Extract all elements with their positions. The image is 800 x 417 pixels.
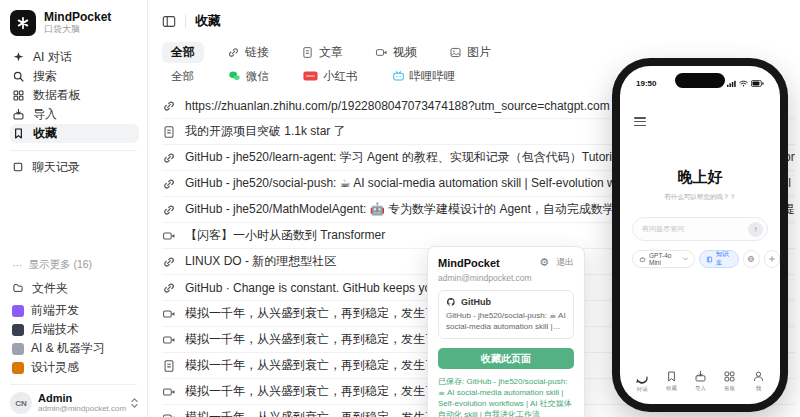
- folders-section[interactable]: 文件夹: [10, 279, 147, 297]
- folder-item[interactable]: 前端开发: [10, 301, 147, 320]
- chat-history-item[interactable]: [10, 236, 147, 256]
- page-card-title: GitHub - jhe520/social-push: ☕ AI social…: [446, 310, 566, 332]
- knowledge-base-chip[interactable]: 知识库: [699, 250, 740, 268]
- mindpocket-logo-icon: [10, 10, 36, 36]
- status-time: 19:50: [636, 79, 656, 88]
- tab-favorites[interactable]: 收藏: [665, 370, 678, 393]
- sidebar-item-search[interactable]: 搜索: [10, 67, 139, 86]
- app-logo: MindPocket 口袋大脑: [10, 10, 147, 36]
- plus-icon: [768, 255, 776, 263]
- tab-articles[interactable]: 文章: [292, 42, 352, 63]
- chat-history-item[interactable]: [10, 176, 147, 196]
- chevron-updown-icon: [130, 397, 139, 409]
- folder-item[interactable]: 设计灵感: [10, 358, 147, 377]
- greeting-title: 晚上好: [620, 168, 780, 187]
- tab-bilibili[interactable]: 哔哩哔哩: [383, 67, 465, 86]
- divider: [10, 384, 137, 385]
- video-icon: [162, 411, 176, 417]
- link-icon: [162, 151, 176, 165]
- tab-xiaohongshu[interactable]: 小红书: [294, 67, 367, 86]
- dynamic-island: [675, 73, 725, 88]
- tab-import[interactable]: 导入: [694, 370, 707, 393]
- doc-icon: [162, 359, 176, 373]
- chat-history-list: [10, 176, 147, 256]
- sidebar: MindPocket 口袋大脑 AI 对话 搜索 数据看板 导入 收藏 聊天记录…: [0, 0, 148, 417]
- chat-bubble-icon: [635, 370, 649, 384]
- divider: [185, 15, 186, 28]
- question-input[interactable]: 有问题尽管问 ↑: [632, 217, 768, 241]
- chat-history-section[interactable]: 聊天记录: [10, 158, 147, 176]
- tab-dashboard[interactable]: 看板: [723, 370, 736, 393]
- sparkle-icon: [12, 51, 25, 64]
- popup-email: admin@mindpocket.com: [438, 273, 574, 283]
- item-title: 模拟一千年，从兴盛到衰亡，再到稳定，发生了什么?: [185, 409, 468, 417]
- greeting-block: 晚上好 有什么可以帮您的吗？？: [620, 168, 780, 202]
- sidebar-item-favorites[interactable]: 收藏: [10, 124, 139, 143]
- show-more-button[interactable]: ··· 显示更多 (16): [10, 256, 147, 274]
- chip-row: GPT-4o Mini 知识库: [632, 250, 780, 268]
- knowledge-label: 知识库: [716, 250, 733, 268]
- item-title: 模拟一千年，从兴盛到衰亡，再到稳定，发生了什么?: [185, 357, 468, 374]
- phone-tab-bar: 对话 收藏 导入 看板 我: [620, 370, 780, 404]
- account-switcher[interactable]: CN Admin admin@mindpocket.com: [10, 392, 139, 414]
- sidebar-item-dashboard[interactable]: 数据看板: [10, 86, 139, 105]
- video-icon: [162, 307, 176, 321]
- doc-icon: [162, 125, 176, 139]
- video-icon: [162, 385, 176, 399]
- avatar: CN: [10, 392, 32, 414]
- tab-label: 微信: [246, 69, 269, 84]
- tab-all-types[interactable]: 全部: [162, 42, 204, 63]
- main-header: 收藏: [162, 10, 795, 32]
- tab-me[interactable]: 我: [752, 370, 765, 393]
- tab-images[interactable]: 图片: [440, 42, 500, 63]
- globe-icon: [747, 255, 755, 263]
- link-icon: [162, 281, 176, 295]
- account-email: admin@mindpocket.com: [38, 404, 124, 414]
- popup-title: MindPocket: [438, 257, 500, 269]
- bookmark-icon: [12, 127, 25, 140]
- chat-history-item[interactable]: [10, 196, 147, 216]
- item-title: LINUX DO - 新的理想型社区: [185, 253, 336, 270]
- tab-wechat[interactable]: 微信: [219, 67, 278, 86]
- tab-all-sources[interactable]: 全部: [162, 67, 203, 86]
- globe-chip[interactable]: [743, 250, 759, 268]
- section-label: 文件夹: [32, 280, 68, 297]
- hamburger-menu-icon[interactable]: [634, 115, 646, 128]
- folder-item[interactable]: AI & 机器学习: [10, 339, 147, 358]
- github-icon: [446, 297, 456, 307]
- nav-label: AI 对话: [33, 49, 72, 66]
- ellipsis-icon: ···: [12, 259, 23, 271]
- folder-color-icon: [12, 305, 24, 317]
- xiaohongshu-icon: [303, 71, 318, 81]
- folder-item[interactable]: 后端技术: [10, 320, 147, 339]
- sidebar-toggle-icon[interactable]: [162, 15, 176, 28]
- tab-chat[interactable]: 对话: [635, 370, 649, 393]
- model-selector-chip[interactable]: GPT-4o Mini: [632, 250, 695, 268]
- nav-label: 搜索: [33, 68, 57, 85]
- add-chip[interactable]: [764, 250, 780, 268]
- tab-links[interactable]: 链接: [218, 42, 278, 63]
- wechat-icon: [228, 70, 241, 82]
- sidebar-item-import[interactable]: 导入: [10, 105, 139, 124]
- grid-icon: [723, 370, 736, 383]
- tab-videos[interactable]: 视频: [366, 42, 426, 63]
- tab-label: 链接: [245, 44, 269, 61]
- send-button[interactable]: ↑: [748, 222, 763, 237]
- link-icon: [162, 255, 176, 269]
- logout-button[interactable]: 退出: [556, 256, 574, 269]
- folder-color-icon: [12, 362, 24, 374]
- saved-status-text: 已保存: GitHub - jhe520/social-push: ☕ AI s…: [438, 376, 574, 417]
- phone-mockup: 19:50 晚上好 有什么可以帮您的吗？？ 有问题尽管问 ↑ GPT-4o Mi…: [612, 58, 788, 412]
- model-label: GPT-4o Mini: [649, 252, 680, 266]
- tab-label: 哔哩哔哩: [410, 69, 456, 84]
- chat-square-icon: [12, 161, 24, 173]
- sidebar-item-ai-chat[interactable]: AI 对话: [10, 48, 139, 67]
- link-icon: [162, 99, 176, 113]
- gear-icon[interactable]: ⚙: [539, 257, 549, 268]
- folder-icon: [12, 282, 24, 294]
- image-icon: [449, 46, 462, 59]
- nav-label: 收藏: [33, 125, 57, 142]
- tab-label: 文章: [319, 44, 343, 61]
- chat-history-item[interactable]: [10, 216, 147, 236]
- save-page-button[interactable]: 收藏此页面: [438, 348, 574, 369]
